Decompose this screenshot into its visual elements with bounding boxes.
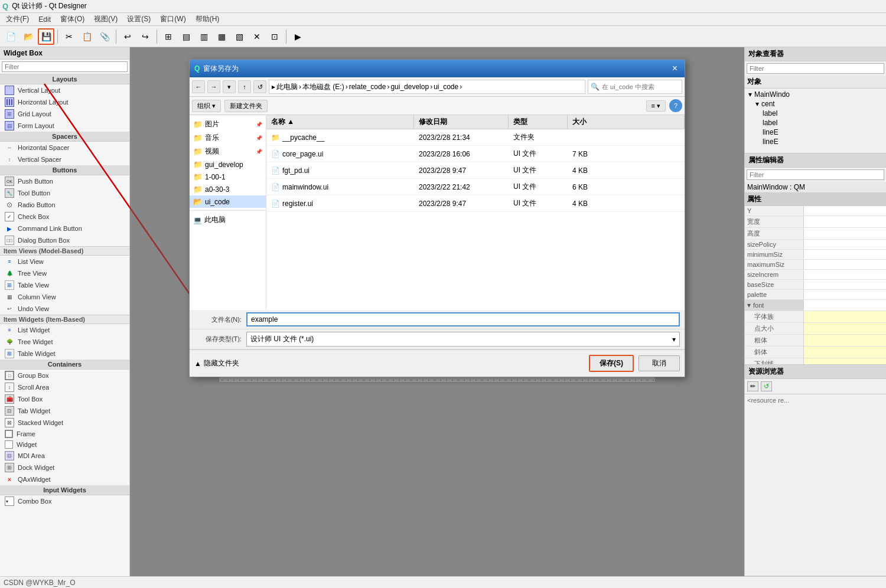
organize-btn[interactable]: 组织 ▾	[192, 100, 221, 112]
wb-item-widget[interactable]: Widget	[0, 439, 129, 450]
menu-edit[interactable]: Edit	[34, 14, 56, 25]
wb-item-tool-button[interactable]: 🔧 Tool Button	[0, 187, 129, 199]
wb-item-list-view[interactable]: ≡ List View	[0, 256, 129, 267]
toolbar-save-btn[interactable]: 💾	[38, 28, 54, 45]
prop-val-sizeincrem[interactable]	[804, 270, 886, 279]
wb-item-vertical-layout[interactable]: Vertical Layout	[0, 84, 129, 96]
table-row[interactable]: 📄 register.ui 2023/2/28 9:47 UI 文件 4 KB	[266, 195, 685, 212]
tree-item-label2[interactable]: label	[746, 118, 885, 128]
prop-val-fontfamily[interactable]	[804, 311, 886, 322]
toolbar-adjust-size-btn[interactable]: ⊡	[266, 28, 283, 45]
wb-item-list-widget[interactable]: ≡ List Widget	[0, 324, 129, 336]
filename-input[interactable]	[246, 312, 680, 326]
toolbar-break-layout-btn[interactable]: ✕	[249, 28, 265, 45]
col-header-type[interactable]: 类型	[509, 115, 568, 129]
wb-item-tree-widget[interactable]: 🌳 Tree Widget	[0, 336, 129, 348]
wb-item-tab-widget[interactable]: ⊟ Tab Widget	[0, 405, 129, 417]
wb-item-radio-button[interactable]: ⊙ Radio Button	[0, 199, 129, 211]
wb-item-combo-box[interactable]: ▾ Combo Box	[0, 495, 129, 507]
wb-item-scroll-area[interactable]: ↕ Scroll Area	[0, 381, 129, 393]
nav-dropdown-btn[interactable]: ▾	[223, 80, 236, 93]
object-inspector-filter-input[interactable]	[747, 63, 884, 74]
menu-help[interactable]: 帮助(H)	[191, 13, 224, 25]
wb-item-check-box[interactable]: ✓ Check Box	[0, 211, 129, 223]
wb-item-vertical-spacer[interactable]: ↕ Vertical Spacer	[0, 153, 129, 165]
filetype-dropdown[interactable]: 设计师 UI 文件 (*.ui) ▾	[246, 332, 680, 347]
menu-form[interactable]: 窗体(O)	[56, 13, 89, 25]
prop-val-fontsize[interactable]	[804, 323, 886, 334]
save-button[interactable]: 保存(S)	[589, 355, 634, 372]
toolbar-preview-btn[interactable]: ▶	[289, 28, 306, 45]
tree-item-label1[interactable]: label	[746, 109, 885, 118]
fb-left-a0-30-3[interactable]: 📁 a0-30-3	[190, 183, 266, 195]
nav-refresh-btn[interactable]: ↺	[253, 80, 266, 93]
prop-val-height[interactable]	[804, 228, 886, 239]
new-folder-btn[interactable]: 新建文件夹	[224, 100, 268, 112]
toolbar-layout-h-btn[interactable]: ▤	[178, 28, 194, 45]
view-options-btn[interactable]: ≡ ▾	[646, 100, 666, 112]
prop-val-minimumsiz[interactable]	[804, 250, 886, 259]
wb-item-push-button[interactable]: OK Push Button	[0, 175, 129, 187]
tree-item-mainwindow[interactable]: ▾ MainWindo	[746, 90, 885, 99]
prop-val-italic[interactable]	[804, 347, 886, 358]
wb-item-frame[interactable]: Frame	[0, 429, 129, 439]
prop-val-bold[interactable]	[804, 335, 886, 346]
wb-item-horizontal-layout[interactable]: Horizontal Layout	[0, 96, 129, 108]
nav-back-btn[interactable]: ←	[192, 80, 205, 93]
prop-val-font[interactable]	[804, 300, 886, 311]
nav-up-btn[interactable]: ↑	[238, 80, 251, 93]
col-header-size[interactable]: 大小	[568, 115, 685, 129]
menu-file[interactable]: 文件(F)	[1, 13, 34, 25]
resource-refresh-btn[interactable]: ↺	[761, 381, 772, 391]
property-editor-filter-input[interactable]	[747, 169, 884, 180]
tree-item-linee2[interactable]: lineE	[746, 137, 885, 146]
search-input[interactable]	[602, 83, 673, 90]
menu-view[interactable]: 视图(V)	[89, 13, 122, 25]
nav-forward-btn[interactable]: →	[207, 80, 220, 93]
table-row[interactable]: 📄 fgt_pd.ui 2023/2/28 9:47 UI 文件 4 KB	[266, 162, 685, 179]
col-header-name[interactable]: 名称 ▲	[266, 115, 414, 129]
prop-val-underline[interactable]	[804, 358, 886, 364]
cancel-button[interactable]: 取消	[639, 355, 680, 371]
wb-item-group-box[interactable]: □ Group Box	[0, 370, 129, 381]
prop-val-palette[interactable]	[804, 290, 886, 299]
wb-item-undo-view[interactable]: ↩ Undo View	[0, 303, 129, 315]
wb-item-tool-box[interactable]: 🧰 Tool Box	[0, 393, 129, 405]
fb-left-music[interactable]: 📁 音乐 📌	[190, 131, 266, 145]
toolbar-grid-btn[interactable]: ⊞	[160, 28, 177, 45]
table-row[interactable]: 📄 core_page.ui 2023/2/28 16:06 UI 文件 7 K…	[266, 146, 685, 162]
wb-item-table-widget[interactable]: ⊞ Table Widget	[0, 348, 129, 360]
prop-val-width[interactable]	[804, 216, 886, 227]
toolbar-undo-btn[interactable]: ↩	[119, 28, 136, 45]
toolbar-layout-form-btn[interactable]: ▧	[231, 28, 247, 45]
tree-item-linee1[interactable]: lineE	[746, 128, 885, 137]
table-row[interactable]: 📁 __pycache__ 2023/2/28 21:34 文件夹	[266, 129, 685, 146]
wb-item-dock-widget[interactable]: ⊞ Dock Widget	[0, 462, 129, 473]
dialog-close-btn[interactable]: ×	[670, 63, 680, 74]
wb-item-tree-view[interactable]: 🌲 Tree View	[0, 267, 129, 279]
toolbar-new-btn[interactable]: 📄	[2, 28, 19, 45]
wb-item-form-layout[interactable]: ▤ Form Layout	[0, 120, 129, 132]
hide-folder-toggle[interactable]: ▲ 隐藏文件夹	[194, 358, 239, 368]
fb-left-video[interactable]: 📁 视频 📌	[190, 145, 266, 158]
toolbar-redo-btn[interactable]: ↪	[137, 28, 154, 45]
wb-item-dialog-button-box[interactable]: □□ Dialog Button Box	[0, 234, 129, 246]
toolbar-copy-btn[interactable]: 📋	[79, 28, 95, 45]
fb-left-this-pc[interactable]: 💻 此电脑	[190, 213, 266, 227]
fb-left-gui-develop[interactable]: 📁 gui_develop	[190, 158, 266, 171]
fb-left-pictures[interactable]: 📁 图片 📌	[190, 117, 266, 131]
toolbar-layout-grid-btn[interactable]: ▦	[213, 28, 230, 45]
help-btn[interactable]: ?	[669, 99, 682, 112]
widget-box-filter-input[interactable]	[2, 61, 128, 72]
wb-item-stacked-widget[interactable]: ⊠ Stacked Widget	[0, 417, 129, 429]
tree-item-cent[interactable]: ▾ cent	[746, 99, 885, 109]
wb-item-mdi-area[interactable]: ⊟ MDI Area	[0, 450, 129, 462]
wb-item-qax-widget[interactable]: X QAxWidget	[0, 473, 129, 485]
toolbar-layout-v-btn[interactable]: ▥	[196, 28, 212, 45]
resource-edit-btn[interactable]: ✏	[747, 381, 758, 391]
fb-left-ui-code[interactable]: 📂 ui_code	[190, 195, 266, 208]
prop-val-basesize[interactable]	[804, 280, 886, 289]
toolbar-open-btn[interactable]: 📂	[20, 28, 37, 45]
toolbar-cut-btn[interactable]: ✂	[61, 28, 77, 45]
prop-val-sizepolicy[interactable]	[804, 240, 886, 249]
